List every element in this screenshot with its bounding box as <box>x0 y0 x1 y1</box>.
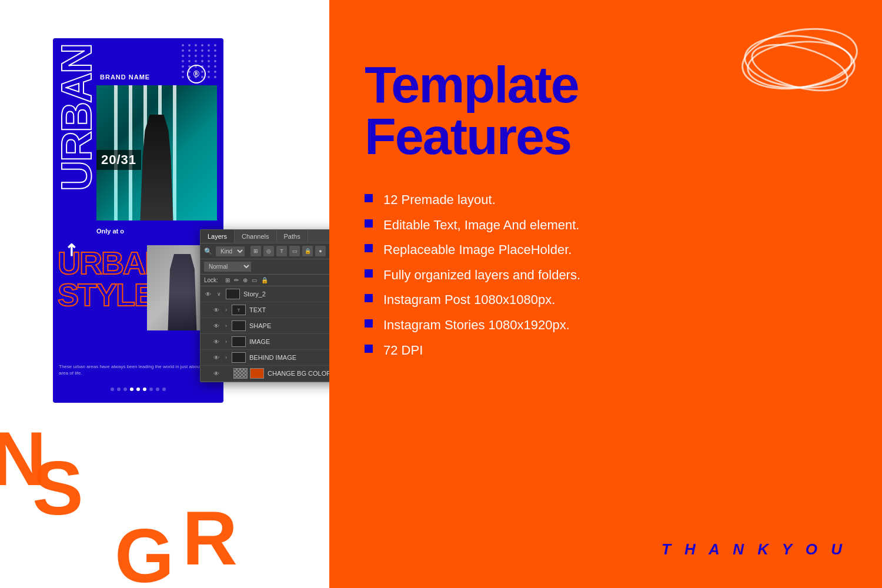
dot-6 <box>143 387 146 391</box>
layer-eye-shape[interactable]: 👁 <box>212 322 220 330</box>
deco-letter-s: S <box>32 450 83 526</box>
layer-behind-image[interactable]: 👁 › BEHIND IMAGE <box>201 350 329 366</box>
dot-7 <box>149 387 153 391</box>
vertical-urban-text: URBAN <box>55 44 98 191</box>
filter-kind-select[interactable]: Kind <box>216 246 245 256</box>
grid-dot-11 <box>214 49 216 52</box>
expand-shape[interactable]: › <box>224 323 228 329</box>
expand-behind[interactable]: › <box>224 355 228 360</box>
grid-dot-9 <box>201 49 203 52</box>
layers-tabs: Layers Channels Paths ≡ <box>201 230 329 243</box>
grid-dot-22 <box>208 60 210 62</box>
layer-shape[interactable]: 👁 › SHAPE <box>201 318 329 334</box>
layer-name-behind: BEHIND IMAGE <box>249 354 329 361</box>
filter-label: 🔍 <box>204 248 212 255</box>
registered-symbol: ® <box>187 65 206 83</box>
filter-icon-smart[interactable]: 🔒 <box>302 246 313 256</box>
lock-brush[interactable]: ✏ <box>233 276 240 284</box>
only-at-text: Only at o <box>96 228 124 235</box>
grid-dot-10 <box>208 49 210 52</box>
dot-1 <box>111 387 114 391</box>
layer-image[interactable]: 👁 › IMAGE <box>201 334 329 350</box>
left-panel: N S G R URBAN // Will be rendered below … <box>0 0 329 588</box>
feature-bullet-5 <box>365 319 373 328</box>
bottom-dots-indicator <box>111 387 166 391</box>
filter-icon-pixel[interactable]: ⊞ <box>250 246 261 256</box>
feature-bullet-6 <box>365 345 373 353</box>
neon-line-5 <box>173 85 176 220</box>
layer-eye-bg[interactable]: 👁 <box>212 369 220 377</box>
lock-label: Lock: <box>204 277 218 283</box>
dot-9 <box>162 387 166 391</box>
grid-dot-1 <box>188 44 191 46</box>
lock-artboard[interactable]: ▭ <box>250 276 258 284</box>
deco-circles <box>735 18 864 112</box>
grid-dot-8 <box>195 49 197 52</box>
layer-eye-story2[interactable]: 👁 <box>204 290 212 298</box>
grid-dot-16 <box>208 55 210 57</box>
layer-thumb-bg-checker <box>233 368 248 379</box>
expand-story2[interactable]: ∨ <box>216 291 222 297</box>
layer-eye-image[interactable]: 👁 <box>212 338 220 346</box>
expand-text[interactable]: › <box>224 307 228 313</box>
filter-icon-type[interactable]: T <box>276 246 287 256</box>
grid-dot-7 <box>188 49 191 52</box>
feature-text-2: Replaceable Image PlaceHolder. <box>383 242 572 259</box>
thank-you-text: T H A N K Y O U <box>662 540 847 559</box>
grid-dot-13 <box>188 55 191 57</box>
tab-channels[interactable]: Channels <box>235 230 276 243</box>
grid-dot-14 <box>195 55 197 57</box>
grid-dot-19 <box>188 60 191 62</box>
features-list: 12 Premade layout. Editable Text, Image … <box>365 192 847 359</box>
feature-bullet-4 <box>365 294 373 302</box>
grid-dot-35 <box>214 71 216 73</box>
filter-icon-toggle[interactable]: ● <box>315 246 326 256</box>
grid-dot-0 <box>182 44 184 46</box>
photo-person-2 <box>162 254 203 330</box>
grid-dot-30 <box>182 71 184 73</box>
grid-dot-36 <box>182 76 184 78</box>
grid-dot-3 <box>201 44 203 46</box>
layer-name-story2: Story_2 <box>243 290 329 298</box>
filter-row: 🔍 Kind ⊞ ◎ T ▭ 🔒 ● <box>201 243 329 259</box>
dot-3 <box>123 387 127 391</box>
grid-dot-18 <box>182 60 184 62</box>
grid-dot-40 <box>208 76 210 78</box>
lock-icons: ⊞ ✏ ⊕ ▭ 🔒 <box>224 276 269 284</box>
layer-eye-text[interactable]: 👁 <box>212 306 220 314</box>
blend-mode-select[interactable]: Normal <box>204 262 251 272</box>
feature-item-0: 12 Premade layout. <box>365 192 847 209</box>
title-line-2: Features <box>365 111 847 162</box>
grid-dot-12 <box>182 55 184 57</box>
lock-all[interactable]: 🔒 <box>260 276 269 284</box>
grid-dot-21 <box>201 60 203 62</box>
feature-text-1: Editable Text, Image And element. <box>383 217 579 234</box>
filter-icon-adjust[interactable]: ◎ <box>263 246 274 256</box>
feature-bullet-3 <box>365 269 373 278</box>
layer-bg-color[interactable]: 👁 CHANGE BG COLOR HERE <box>201 366 329 382</box>
grid-dot-20 <box>195 60 197 62</box>
tab-layers[interactable]: Layers <box>201 230 235 243</box>
layer-story2[interactable]: 👁 ∨ Story_2 <box>201 286 329 302</box>
brand-name: BRAND NAME <box>100 74 150 81</box>
right-panel: Template Features 12 Premade layout. Edi… <box>329 0 882 588</box>
layer-thumb-story2 <box>226 289 240 299</box>
dot-5 <box>136 387 140 391</box>
feature-text-3: Fully organized layers and folders. <box>383 267 580 284</box>
filter-icons: ⊞ ◎ T ▭ 🔒 ● <box>250 246 326 256</box>
layer-eye-behind[interactable]: 👁 <box>212 353 220 362</box>
lock-move[interactable]: ⊕ <box>242 276 249 284</box>
grid-dot-6 <box>182 49 184 52</box>
layer-text[interactable]: 👁 › T TEXT <box>201 302 329 318</box>
dot-2 <box>117 387 121 391</box>
filter-icon-shape[interactable]: ▭ <box>289 246 300 256</box>
feature-item-6: 72 DPI <box>365 342 847 359</box>
expand-image[interactable]: › <box>224 339 228 345</box>
feature-bullet-0 <box>365 194 373 202</box>
feature-item-2: Replaceable Image PlaceHolder. <box>365 242 847 259</box>
grid-dot-29 <box>214 65 216 68</box>
lock-checkerboard[interactable]: ⊞ <box>224 276 231 284</box>
tab-paths[interactable]: Paths <box>277 230 308 243</box>
feature-item-4: Instagram Post 1080x1080px. <box>365 292 847 309</box>
feature-text-0: 12 Premade layout. <box>383 192 496 209</box>
